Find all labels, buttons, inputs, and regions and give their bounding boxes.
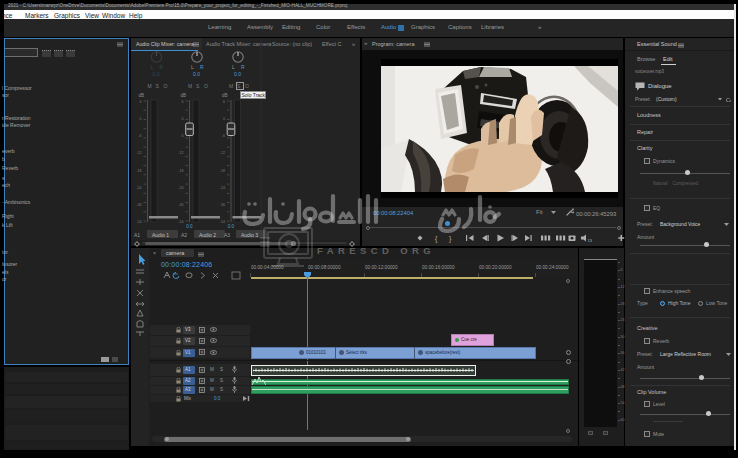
svg-text:0.0: 0.0 [153, 71, 160, 77]
svg-text:6: 6 [140, 100, 142, 104]
svg-text:0.0: 0.0 [186, 224, 193, 229]
svg-text:dB: dB [222, 93, 228, 98]
svg-text:-18: -18 [220, 169, 225, 173]
svg-text:-24: -24 [136, 186, 141, 190]
svg-text:-36: -36 [178, 203, 183, 207]
svg-text:-24: -24 [178, 186, 183, 190]
svg-text:13: 13 [588, 238, 593, 243]
svg-text:-54: -54 [220, 220, 225, 224]
svg-text:M: M [188, 83, 192, 89]
svg-text:L: L [232, 64, 235, 70]
svg-text:{: { [435, 235, 438, 243]
svg-text:-54: -54 [136, 220, 141, 224]
svg-text:-18: -18 [178, 169, 183, 173]
svg-text:O: O [164, 83, 168, 89]
svg-text:R: R [241, 64, 245, 70]
svg-text:6: 6 [182, 100, 184, 104]
svg-text:-6: -6 [138, 134, 141, 138]
svg-text:S: S [156, 83, 160, 89]
svg-text:-12: -12 [178, 151, 183, 155]
svg-text:-54: -54 [178, 220, 183, 224]
svg-text:0.0: 0.0 [234, 71, 241, 77]
svg-text:-12: -12 [220, 151, 225, 155]
svg-text:-6: -6 [180, 134, 183, 138]
svg-text:}: } [449, 235, 452, 243]
svg-text:0: 0 [182, 117, 184, 121]
svg-text:R: R [160, 64, 164, 70]
svg-text:-36: -36 [220, 203, 225, 207]
svg-text:R: R [200, 64, 204, 70]
svg-text:0: 0 [223, 117, 225, 121]
svg-text:M: M [148, 83, 152, 89]
svg-text:-36: -36 [136, 203, 141, 207]
svg-text:dB: dB [181, 93, 187, 98]
svg-text:-12: -12 [136, 151, 141, 155]
svg-text:S: S [196, 83, 200, 89]
svg-text:dB: dB [139, 93, 145, 98]
svg-text:0.0: 0.0 [228, 224, 235, 229]
svg-text:O: O [245, 83, 249, 89]
svg-text:O: O [204, 83, 208, 89]
svg-text:0: 0 [140, 117, 142, 121]
svg-text:L: L [151, 64, 154, 70]
svg-text:M: M [229, 83, 233, 89]
svg-text:-6: -6 [222, 134, 225, 138]
svg-text:0.0: 0.0 [193, 71, 200, 77]
svg-text:-24: -24 [220, 186, 225, 190]
svg-text:-18: -18 [136, 169, 141, 173]
svg-text:L: L [191, 64, 194, 70]
svg-text:6: 6 [223, 100, 225, 104]
